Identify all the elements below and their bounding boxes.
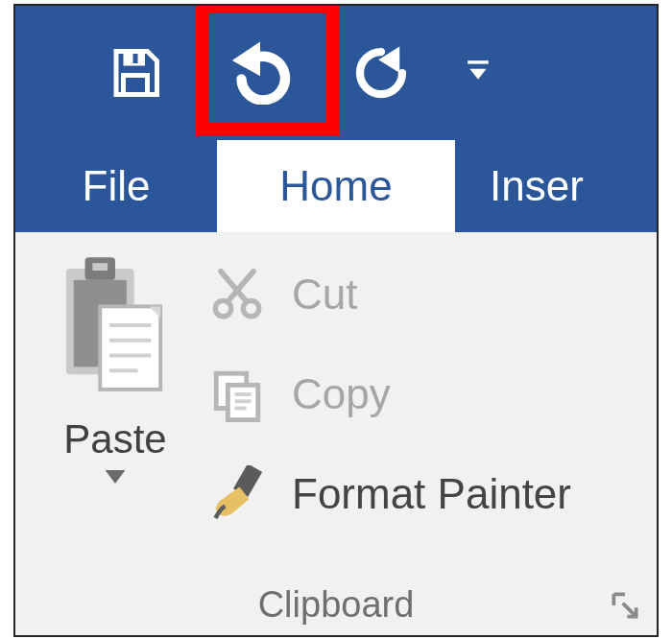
tab-file[interactable]: File — [15, 140, 217, 232]
undo-icon — [223, 41, 298, 105]
save-button[interactable] — [92, 30, 179, 116]
svg-rect-5 — [468, 60, 489, 63]
ribbon-panel-home: Paste — [15, 232, 657, 635]
paste-icon — [59, 257, 172, 405]
ribbon-tabs: File Home Inser — [15, 140, 657, 232]
quick-access-toolbar — [15, 6, 657, 140]
group-clipboard: Paste — [15, 232, 657, 635]
svg-rect-0 — [124, 76, 148, 95]
cut-label: Cut — [292, 271, 357, 319]
clipboard-dialog-launcher[interactable] — [607, 589, 643, 626]
save-icon — [107, 44, 164, 102]
svg-rect-10 — [92, 263, 108, 271]
copy-icon — [204, 367, 271, 422]
copy-label: Copy — [292, 370, 391, 418]
paintbrush-icon — [204, 465, 271, 523]
scissors-icon — [204, 267, 271, 322]
redo-button[interactable] — [338, 30, 424, 116]
paste-split-button[interactable]: Paste — [42, 249, 188, 487]
tab-home-label: Home — [279, 162, 392, 210]
caret-down-icon — [466, 59, 491, 87]
svg-rect-11 — [100, 306, 160, 390]
paste-dropdown-caret[interactable] — [42, 470, 188, 487]
cut-button[interactable]: Cut — [204, 253, 639, 336]
tab-insert[interactable]: Inser — [455, 140, 657, 232]
paste-label: Paste — [42, 418, 188, 461]
svg-marker-16 — [106, 470, 126, 484]
dialog-launcher-icon — [612, 592, 638, 623]
redo-icon — [349, 41, 413, 105]
word-ribbon-frame: File Home Inser — [13, 4, 659, 637]
format-painter-button[interactable]: Format Painter — [204, 453, 639, 535]
undo-button[interactable] — [217, 30, 303, 116]
group-clipboard-label: Clipboard — [15, 578, 657, 631]
copy-button[interactable]: Copy — [204, 353, 639, 436]
svg-marker-6 — [469, 69, 486, 80]
svg-rect-2 — [133, 54, 138, 63]
tab-home[interactable]: Home — [217, 140, 455, 232]
tab-file-label: File — [83, 162, 151, 210]
svg-marker-3 — [232, 42, 260, 77]
tab-insert-label: Inser — [490, 162, 584, 210]
customize-qat-button[interactable] — [459, 59, 497, 87]
caret-down-icon — [105, 470, 126, 487]
format-painter-label: Format Painter — [292, 470, 571, 518]
